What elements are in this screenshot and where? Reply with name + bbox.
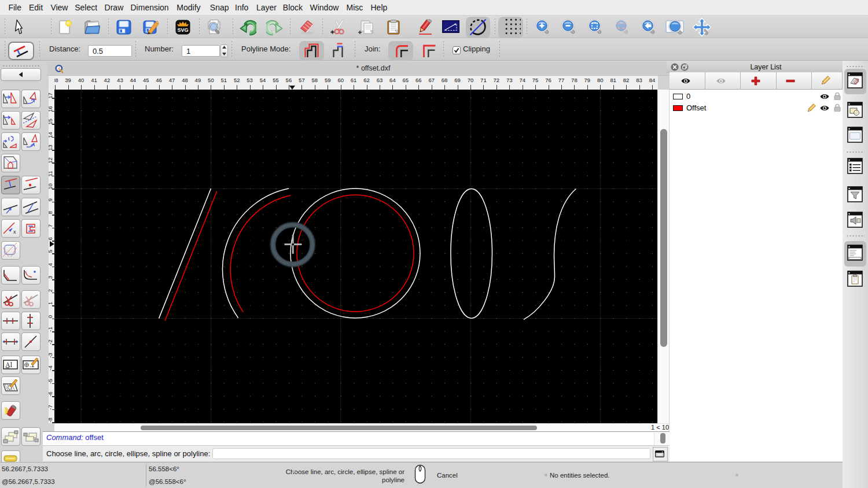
svg-text:x: x — [13, 229, 16, 235]
svg-text:SVG: SVG — [177, 27, 188, 33]
